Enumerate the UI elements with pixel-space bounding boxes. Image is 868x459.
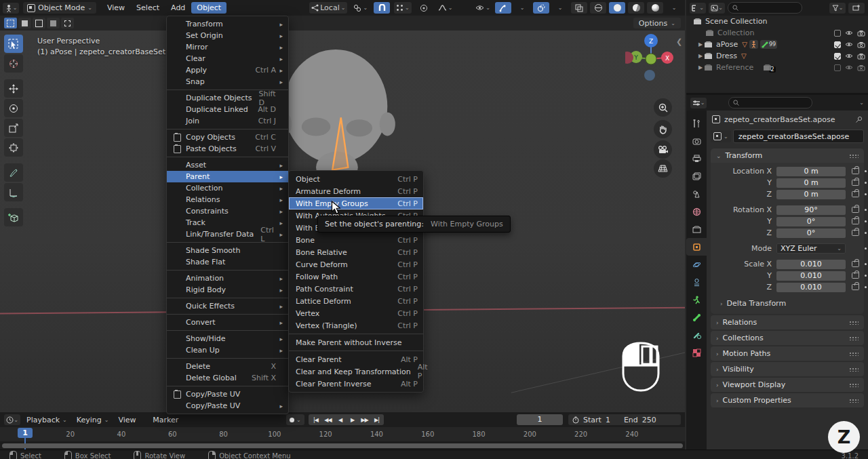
- properties-editor-selector[interactable]: ⌄: [690, 98, 707, 108]
- outliner-row-reference[interactable]: ▶ Reference 2: [686, 62, 868, 73]
- value-field[interactable]: 0.010: [776, 283, 846, 292]
- lock-icon[interactable]: [852, 218, 859, 224]
- menu-item[interactable]: Mirror ▸: [167, 41, 288, 53]
- eye-icon[interactable]: [845, 41, 853, 47]
- gizmos-dropdown[interactable]: ⌄: [514, 2, 530, 14]
- keyframe-dot[interactable]: [865, 286, 867, 288]
- shading-rendered-button[interactable]: [647, 2, 663, 14]
- menu-item[interactable]: Make Parent without Inverse: [289, 334, 423, 348]
- transform-tool[interactable]: [4, 138, 23, 157]
- menu-item[interactable]: Relations ▸: [167, 194, 288, 205]
- menu-item[interactable]: Snap ▸: [167, 76, 288, 87]
- menu-item[interactable]: Asset ▸: [167, 157, 288, 171]
- shading-solid-button[interactable]: [609, 2, 625, 14]
- rotation-mode-dropdown[interactable]: XYZ Euler ⌄: [776, 243, 846, 254]
- keyframe-dot[interactable]: [865, 232, 867, 234]
- expand-arrow-icon[interactable]: ▶: [697, 64, 704, 71]
- filter-dropdown[interactable]: ⌄: [829, 3, 846, 14]
- lock-icon[interactable]: [852, 273, 859, 279]
- eye-icon[interactable]: [845, 30, 853, 36]
- visibility-dropdown[interactable]: ⌄: [473, 2, 492, 14]
- menu-item[interactable]: Set Origin ▸: [167, 30, 288, 41]
- shading-wireframe-button[interactable]: [590, 2, 606, 14]
- menu-item[interactable]: Clear and Keep Transformation Alt P: [289, 365, 423, 378]
- tab-view-layer[interactable]: [686, 167, 707, 185]
- tab-collection-properties[interactable]: [686, 220, 707, 238]
- tab-object-constraints[interactable]: [686, 273, 707, 291]
- shading-material-button[interactable]: [628, 2, 644, 14]
- camera-icon[interactable]: [857, 53, 865, 60]
- value-field[interactable]: 0 m: [776, 167, 846, 176]
- menu-item[interactable]: Vertex Ctrl P: [289, 307, 423, 319]
- expand-arrow-icon[interactable]: ▶: [697, 41, 704, 47]
- outliner-row-apose[interactable]: ▶ aPose ▽ 99: [686, 39, 868, 50]
- transport-button[interactable]: |◀: [310, 417, 321, 423]
- menubar-item[interactable]: Add: [165, 2, 191, 14]
- menu-item[interactable]: Clear ▸: [167, 53, 288, 64]
- annotate-tool[interactable]: [4, 163, 23, 182]
- properties-panel-collapsed[interactable]: › Relations: [711, 315, 864, 330]
- snap-magnet-toggle[interactable]: [374, 2, 390, 14]
- tab-physics[interactable]: [686, 256, 707, 273]
- tab-render[interactable]: [686, 132, 707, 150]
- exclude-checkbox[interactable]: [834, 64, 841, 71]
- navigation-gizmo[interactable]: Z Y X: [625, 32, 677, 81]
- transport-button[interactable]: ▶: [347, 417, 358, 423]
- menu-item[interactable]: Convert ▸: [167, 314, 288, 328]
- value-field[interactable]: 90°: [776, 205, 846, 215]
- menu-item[interactable]: Paste Objects Ctrl V ▸: [167, 143, 288, 155]
- menu-item[interactable]: Join Ctrl J ▸: [167, 115, 288, 127]
- menu-item[interactable]: Lattice Deform Ctrl P: [289, 295, 423, 307]
- lock-icon[interactable]: [852, 284, 859, 290]
- tab-bone[interactable]: [686, 308, 707, 326]
- keyframe-dot[interactable]: [865, 275, 867, 277]
- keyframe-dot[interactable]: [865, 220, 867, 222]
- menu-item[interactable]: Collection ▸: [167, 182, 288, 194]
- outliner-editor-selector[interactable]: ⌄: [690, 3, 706, 14]
- select-mode-intersect-button[interactable]: [61, 18, 74, 28]
- select-box-tool[interactable]: [4, 35, 23, 53]
- lock-icon[interactable]: [852, 168, 859, 174]
- proportional-falloff-dropdown[interactable]: ⌄: [436, 2, 455, 14]
- transport-button[interactable]: ◀: [334, 417, 346, 423]
- shading-dropdown[interactable]: ⌄: [666, 2, 682, 14]
- xray-toggle[interactable]: [571, 2, 587, 14]
- transport-button[interactable]: ◀◀: [322, 417, 334, 423]
- menu-item[interactable]: Animation ▸: [167, 270, 288, 284]
- outliner-row-scene-collection[interactable]: Scene Collection: [686, 16, 868, 27]
- add-cube-tool[interactable]: [4, 208, 23, 226]
- menu-item[interactable]: Follow Path Ctrl P: [289, 271, 423, 283]
- menu-item[interactable]: Delete Global Shift X ▸: [167, 372, 288, 384]
- select-mode-subtract-button[interactable]: [33, 18, 45, 28]
- properties-panel-collapsed[interactable]: › Viewport Display: [711, 378, 864, 392]
- menu-item[interactable]: Armature Deform Ctrl P: [289, 185, 423, 197]
- pan-hand-button[interactable]: [654, 120, 672, 138]
- rotate-tool[interactable]: [4, 99, 23, 117]
- properties-panel-collapsed[interactable]: › Motion Paths: [711, 346, 864, 361]
- properties-panel-collapsed[interactable]: › Visibility: [711, 362, 864, 376]
- keyframe-dot[interactable]: [865, 247, 867, 250]
- object-name-input[interactable]: zepeto_creatorBaseSet.apose: [733, 129, 864, 143]
- menu-item[interactable]: Copy/Paste UV ▸: [167, 400, 288, 412]
- menu-item[interactable]: Bone Ctrl P: [289, 234, 423, 246]
- tab-object-properties[interactable]: [686, 238, 707, 256]
- overlays-toggle[interactable]: [533, 2, 549, 14]
- menu-item[interactable]: Vertex (Triangle) Ctrl P: [289, 319, 423, 332]
- options-dropdown[interactable]: Options ⌄: [633, 18, 681, 28]
- move-tool[interactable]: [4, 79, 23, 98]
- end-value-field[interactable]: 250: [642, 416, 656, 424]
- menu-item[interactable]: Apply Ctrl A ▸: [167, 64, 288, 76]
- menu-item[interactable]: Clear Parent Alt P: [289, 351, 423, 365]
- menu-item[interactable]: Duplicate Objects Shift D ▸: [167, 89, 288, 104]
- display-mode-dropdown[interactable]: ⌄: [709, 3, 725, 14]
- menu-item[interactable]: Copy Objects Ctrl C ▸: [167, 129, 288, 143]
- camera-view-button[interactable]: [654, 140, 672, 159]
- timeline-menu-item[interactable]: Playback ⌄: [22, 414, 72, 426]
- menu-item[interactable]: Clean Up ▸: [167, 344, 288, 356]
- menu-item[interactable]: Delete X ▸: [167, 358, 288, 372]
- outliner-row-collection[interactable]: Collection: [686, 27, 868, 39]
- keyframe-dot[interactable]: [865, 209, 867, 211]
- exclude-checkbox[interactable]: [834, 30, 841, 37]
- scale-tool[interactable]: [4, 119, 23, 137]
- delta-transform-panel-header[interactable]: › Delta Transform: [711, 297, 864, 310]
